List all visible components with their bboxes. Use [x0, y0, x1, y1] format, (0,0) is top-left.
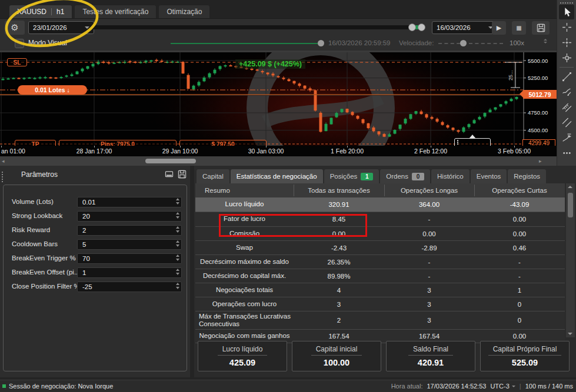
speed-handle[interactable]: [460, 40, 467, 46]
summary-card: Capital Próprio Final525.09: [480, 341, 570, 371]
visual-mode-checkbox[interactable]: [15, 39, 24, 48]
speed-stepper[interactable]: [544, 39, 547, 43]
table-row[interactable]: Operações com lucro330: [195, 297, 565, 311]
crosshair-magnet-tool[interactable]: [559, 35, 574, 50]
param-input[interactable]: 1: [77, 267, 182, 278]
row-label: Decréscimo máximo de saldo: [195, 258, 294, 266]
param-value: 20: [82, 213, 90, 220]
timezone-value: UTC-3: [490, 383, 509, 390]
table-row[interactable]: Máx de Transações Lucrativas Consecutiva…: [195, 311, 565, 330]
param-input[interactable]: -25: [77, 282, 182, 292]
time-axis[interactable]: an 01:0028 Jan 17:0029 Jan 10:0030 Jan 0…: [0, 146, 557, 156]
table-row[interactable]: Swap-2.43-2.890.46: [195, 241, 565, 255]
column-divider: [474, 185, 475, 196]
selector-tool[interactable]: [559, 5, 574, 19]
speed-value: 100x: [510, 39, 524, 46]
param-input[interactable]: 5: [77, 239, 182, 250]
start-date-select[interactable]: 23/01/2026: [28, 21, 94, 34]
param-spinner[interactable]: [176, 269, 179, 275]
tab-ordens[interactable]: Ordens0: [380, 169, 430, 183]
param-input[interactable]: 20: [77, 211, 182, 222]
tab-otimiza-o[interactable]: Otimização: [159, 5, 209, 18]
save-report-button[interactable]: [532, 21, 550, 35]
open-position-badge[interactable]: 0.01 Lotes ↓: [18, 85, 87, 95]
more-tools-icon: [562, 148, 572, 158]
chart-scrollbar[interactable]: ◂ ▸: [0, 156, 557, 166]
row-label: Operações com lucro: [195, 300, 294, 308]
param-input[interactable]: 2: [77, 225, 182, 236]
column-header[interactable]: Operações Curtas: [474, 187, 565, 194]
speed-slider[interactable]: [438, 43, 503, 44]
row-label: Negociação com mais ganhos: [195, 332, 294, 340]
step-down-icon: [176, 216, 179, 219]
progress-handle[interactable]: [318, 40, 324, 46]
tab-eventos[interactable]: Eventos: [471, 169, 507, 183]
scroll-right-icon[interactable]: ▸: [539, 159, 542, 163]
table-row[interactable]: Lucro líquido320.91364.00-43.09: [195, 197, 565, 212]
tester-toolbar: ⚙ 23/01/2026 16/03/2026 ▶ ■: [0, 19, 557, 36]
scroll-left-icon[interactable]: ◂: [2, 159, 5, 163]
more-tools-tool[interactable]: [559, 146, 574, 160]
end-date-select[interactable]: 16/03/2026: [432, 21, 498, 34]
tab-capital[interactable]: Capital: [197, 169, 229, 183]
equidistant-channel-tool[interactable]: [559, 100, 574, 115]
tab-estat-sticas-de-negocia-o[interactable]: Estatísticas de negociação: [231, 169, 323, 183]
card-value: 525.09: [512, 358, 538, 367]
tab-posi-es[interactable]: Posições1: [324, 169, 379, 183]
count-badge: 1: [361, 173, 373, 180]
table-scrollbar[interactable]: [566, 183, 575, 337]
tab-xauusd[interactable]: XAUUSDh1: [9, 5, 72, 18]
tab-registos[interactable]: Registos: [508, 169, 546, 183]
param-spinner[interactable]: [176, 198, 179, 205]
param-input[interactable]: 70: [77, 253, 182, 264]
scroll-down-icon[interactable]: [568, 333, 572, 335]
tab-hist-rico[interactable]: Histórico: [431, 169, 470, 183]
param-input[interactable]: 0.01: [77, 197, 182, 207]
tab-label: Registos: [514, 173, 540, 180]
crosshair-tool[interactable]: [559, 20, 574, 35]
param-spinner[interactable]: [176, 226, 179, 233]
freehand-draw-tool[interactable]: [559, 85, 574, 99]
timezone-select[interactable]: UTC-3: [490, 383, 515, 390]
table-row[interactable]: Comissão0.000.000.00: [195, 227, 565, 241]
panel-divider[interactable]: [190, 166, 194, 377]
table-row[interactable]: Negociações totais431: [195, 283, 565, 297]
column-header[interactable]: Resumo: [195, 187, 294, 194]
stop-button[interactable]: ■: [512, 21, 526, 35]
tab-testes-de-verifica-o[interactable]: Testes de verificação: [75, 5, 156, 18]
table-row[interactable]: Fator de lucro8.45-0.00: [195, 212, 565, 227]
column-header[interactable]: Operações Longas: [384, 187, 474, 194]
param-spinner[interactable]: [176, 212, 179, 219]
chart-scrollbar-thumb[interactable]: [145, 159, 196, 163]
parallel-lines-tool[interactable]: [559, 115, 574, 130]
column-header[interactable]: Todas as transações: [294, 187, 384, 194]
price-chart[interactable]: 25...5500.005250.004750.004500.00 SL 0.0…: [0, 51, 557, 148]
stop-loss-pill[interactable]: SL: [7, 58, 27, 66]
save-parameters-button[interactable]: [178, 170, 187, 180]
param-spinner[interactable]: [176, 254, 179, 261]
row-value: 0.00: [384, 230, 474, 237]
scroll-up-icon[interactable]: [568, 186, 572, 188]
crosshair-frame-tool[interactable]: [559, 51, 574, 65]
row-label: Negociações totais: [195, 286, 294, 294]
row-value: 1: [474, 287, 565, 294]
timeline-handle-left[interactable]: [408, 24, 416, 31]
table-row[interactable]: Decréscimo do capital máx.89.98%--: [195, 269, 565, 283]
panel-grip-icon[interactable]: [2, 170, 3, 183]
param-spinner[interactable]: [176, 283, 179, 289]
trendline-tool[interactable]: [559, 69, 574, 84]
table-row[interactable]: Decréscimo máximo de saldo26.35%--: [195, 255, 565, 269]
timeline-handle-right[interactable]: [418, 24, 425, 31]
geometric-shapes-tool[interactable]: [559, 130, 574, 145]
dock-panel-button[interactable]: [165, 170, 174, 179]
timeline-slider[interactable]: [89, 25, 419, 29]
row-value: 167.54: [294, 333, 384, 340]
summary-cards: Lucro líquido425.09Capital inicial100.00…: [198, 341, 570, 371]
table-scrollbar-thumb[interactable]: [568, 193, 573, 217]
settings-button[interactable]: ⚙: [5, 21, 25, 35]
param-spinner[interactable]: [176, 240, 179, 247]
toolbar-drag-handle[interactable]: [560, 2, 573, 4]
row-label: Fator de lucro: [195, 215, 294, 223]
stats-table-header[interactable]: ResumoTodas as transaçõesOperações Longa…: [195, 183, 565, 197]
play-button[interactable]: ▶: [492, 21, 506, 35]
